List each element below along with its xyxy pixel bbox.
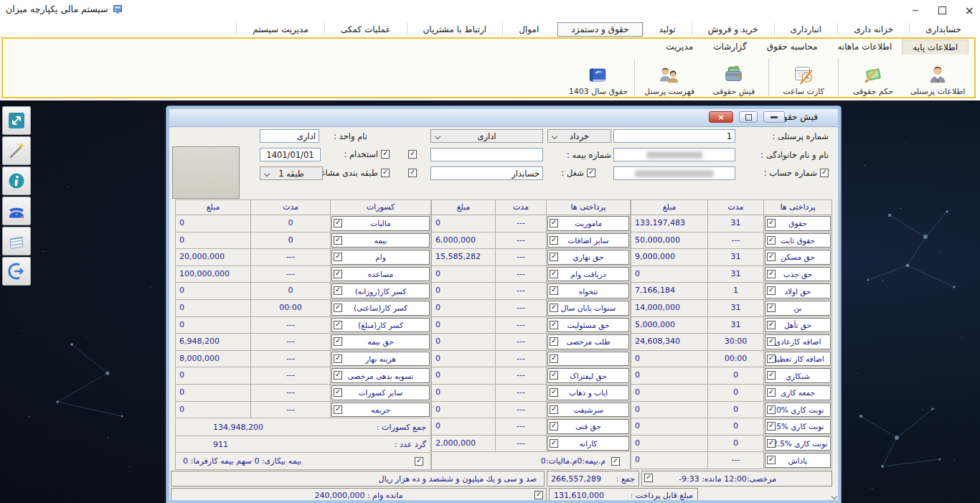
personnel-no-input[interactable]: 1 <box>613 129 735 143</box>
row-checkbox[interactable] <box>334 337 342 346</box>
row-checkbox[interactable] <box>767 354 776 363</box>
account-no-input[interactable] <box>613 166 735 180</box>
close-icon[interactable]: × <box>965 6 974 15</box>
table-row-label-cell[interactable]: حق مسئولیت <box>547 317 630 334</box>
table-row-label-cell[interactable]: اضافه کار تعطیل <box>764 351 831 367</box>
note-checkbox[interactable] <box>611 457 620 466</box>
payslip-button[interactable]: فیش حقوقی <box>702 64 766 96</box>
phone-tool-button[interactable] <box>2 197 31 225</box>
month-select[interactable]: خرداد <box>547 129 611 143</box>
table-row-label-cell[interactable]: حق جذب <box>764 266 831 283</box>
table-row-label-cell[interactable]: بیمه <box>331 232 430 249</box>
row-checkbox[interactable] <box>550 422 558 431</box>
table-row-label-cell[interactable]: مالیات <box>331 215 430 232</box>
row-checkbox[interactable] <box>767 422 776 431</box>
account-no-checkbox[interactable] <box>820 169 829 177</box>
table-row-label-cell[interactable]: حقوق ثابت <box>764 232 831 249</box>
table-row-label-cell[interactable]: تنخواه <box>547 283 630 299</box>
table-row-label-cell[interactable]: نوبت کاری %10 <box>764 402 831 418</box>
table-row-label-cell[interactable]: حق مسکن <box>764 249 831 265</box>
table-row-label-cell[interactable]: سایر کسورات <box>331 385 430 401</box>
row-checkbox[interactable] <box>767 371 776 380</box>
personnel-list-button[interactable]: فهرست پرسنل <box>637 64 702 96</box>
table-row-label-cell[interactable]: کسر کار(روزانه) <box>331 283 430 299</box>
row-checkbox[interactable] <box>767 405 776 414</box>
year-salary-book-button[interactable]: حقوق سال 1403 <box>565 64 632 96</box>
tab-basic-info[interactable]: اطلاعات پایه <box>902 39 969 55</box>
row-checkbox[interactable] <box>767 236 776 245</box>
row-checkbox[interactable] <box>550 253 558 261</box>
row-checkbox[interactable] <box>550 219 558 227</box>
dialog-maximize-icon[interactable] <box>739 111 758 123</box>
table-row-label-cell[interactable]: حق تأهل <box>764 317 831 334</box>
menu-item-accounting[interactable]: حسابداری <box>909 23 977 36</box>
menu-item-payroll-selected[interactable]: حقوق و دستمزد <box>557 22 642 37</box>
job-checkbox[interactable] <box>587 169 595 177</box>
table-row-label-cell[interactable]: هزینه نهار <box>331 351 430 367</box>
row-checkbox[interactable] <box>334 371 342 380</box>
row-checkbox[interactable] <box>334 405 342 414</box>
table-row-label-cell[interactable]: جمعه کاری <box>764 385 831 401</box>
dialog-titlebar[interactable]: فیش حقوقی × <box>169 109 838 127</box>
row-checkbox[interactable] <box>767 270 776 278</box>
leave-checkbox[interactable] <box>644 474 653 482</box>
wizard-tool-button[interactable] <box>2 136 31 165</box>
table-row-label-cell[interactable]: حق اولاد <box>764 283 831 299</box>
table-row-label-cell[interactable]: سرشیفت <box>547 402 630 418</box>
menu-item-production[interactable]: تولید <box>643 23 692 36</box>
row-checkbox[interactable] <box>550 371 558 380</box>
table-row-label-cell[interactable]: کارانه <box>547 436 630 452</box>
job-class-select[interactable]: طبقه 1 <box>260 166 323 180</box>
maximize-icon[interactable] <box>938 6 946 14</box>
unemployment-checkbox[interactable] <box>415 457 423 466</box>
menu-item-inventory[interactable]: انبارداری <box>774 23 838 36</box>
table-row-label-cell[interactable]: دریافت وام <box>547 266 630 283</box>
tab-reports[interactable]: گزارشات <box>703 39 756 54</box>
full-name-input[interactable] <box>613 148 735 161</box>
row-checkbox[interactable] <box>767 253 776 261</box>
row-checkbox[interactable] <box>767 219 776 227</box>
row-checkbox[interactable] <box>550 439 558 448</box>
row-checkbox[interactable] <box>334 388 342 397</box>
table-row-label-cell[interactable]: سنوات پایان سال <box>547 300 630 316</box>
row-checkbox[interactable] <box>334 354 342 363</box>
table-row-label-cell[interactable]: حق نهاری <box>547 249 630 265</box>
job-input[interactable]: حسابدار <box>430 166 543 180</box>
row-checkbox[interactable] <box>334 236 342 245</box>
row-checkbox[interactable] <box>767 456 776 464</box>
menu-item-crm[interactable]: ارتباط با مشتریان <box>407 23 503 36</box>
table-row-label-cell[interactable] <box>547 351 630 367</box>
row-checkbox[interactable] <box>334 270 342 278</box>
job-select-checkbox[interactable] <box>408 169 417 177</box>
info-tool-button[interactable] <box>2 166 31 195</box>
row-checkbox[interactable] <box>334 304 342 312</box>
row-checkbox[interactable] <box>550 321 558 329</box>
row-checkbox[interactable] <box>550 405 558 414</box>
table-row-label-cell[interactable]: حق بیمه <box>331 334 430 350</box>
row-checkbox[interactable] <box>550 337 558 346</box>
table-row-label-cell[interactable]: طلب مرخصی <box>547 334 630 350</box>
table-row-label-cell[interactable]: سایر اضافات <box>547 232 630 249</box>
table-row-label-cell[interactable]: نوبت کاری %22.5 <box>764 436 831 452</box>
job-class-checkbox[interactable] <box>381 169 390 177</box>
table-row-label-cell[interactable]: حق لیفتراک <box>547 367 630 384</box>
personnel-info-button[interactable]: اطلاعات پرسنلی <box>905 64 970 96</box>
table-row-label-cell[interactable]: وام <box>331 249 430 265</box>
row-checkbox[interactable] <box>767 321 776 329</box>
dialog-minimize-icon[interactable] <box>763 111 785 123</box>
row-checkbox[interactable] <box>550 388 558 397</box>
row-checkbox[interactable] <box>550 236 558 245</box>
row-checkbox[interactable] <box>334 219 342 227</box>
exit-tool-button[interactable] <box>2 257 31 286</box>
row-checkbox[interactable] <box>550 270 558 278</box>
table-row-label-cell[interactable]: کسر کار(ساعتی) <box>331 300 430 316</box>
menu-item-auxiliary[interactable]: عملیات کمکی <box>324 23 407 36</box>
row-checkbox[interactable] <box>334 321 342 329</box>
row-checkbox[interactable] <box>767 286 776 295</box>
row-checkbox[interactable] <box>767 304 776 312</box>
table-row-label-cell[interactable]: تسویه بدهی مرخصی <box>331 367 430 384</box>
expand-tool-button[interactable] <box>2 106 31 135</box>
table-row-label-cell[interactable]: اضافه کارعادی <box>764 334 831 350</box>
menu-item-assets[interactable]: اموال <box>502 23 555 36</box>
insurance-checkbox[interactable] <box>408 150 417 159</box>
